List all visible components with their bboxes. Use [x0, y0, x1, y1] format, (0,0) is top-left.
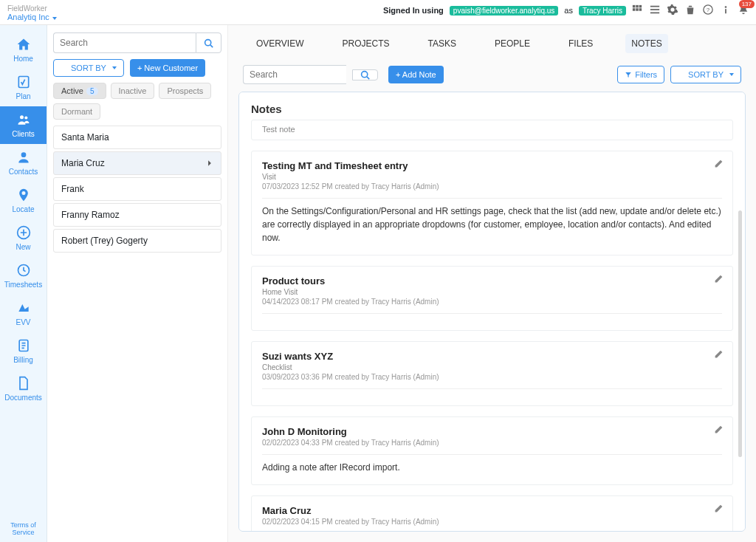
- tab-projects[interactable]: PROJECTS: [336, 34, 395, 53]
- svg-rect-12: [725, 9, 726, 13]
- clients-search-button[interactable]: [196, 32, 221, 53]
- edit-icon[interactable]: [714, 349, 724, 361]
- tab-overview[interactable]: OVERVIEW: [250, 34, 309, 53]
- notes-search-input[interactable]: [243, 65, 346, 84]
- svg-point-16: [21, 152, 26, 157]
- edit-icon[interactable]: [714, 425, 724, 436]
- client-list: Santa Maria Maria Cruz Frank Franny Ramo…: [53, 126, 221, 253]
- chevron-right-icon: [206, 159, 213, 167]
- new-customer-button[interactable]: + New Customer: [130, 59, 205, 77]
- sidebar-item-new[interactable]: New: [0, 219, 47, 257]
- note-category: Visit: [262, 173, 722, 181]
- note-meta: 02/02/2023 04:33 PM created by Tracy Har…: [262, 439, 722, 447]
- note-card: John D Monitoring 02/02/2023 04:33 PM cr…: [251, 416, 733, 485]
- note-meta: 07/03/2023 12:52 PM created by Tracy Har…: [262, 182, 722, 191]
- sidebar-item-timesheets[interactable]: Timesheets: [0, 257, 47, 295]
- add-note-button[interactable]: + Add Note: [388, 66, 444, 83]
- client-row[interactable]: Frank: [53, 177, 221, 201]
- filter-prospects[interactable]: Prospects: [159, 83, 211, 99]
- note-category: Checklist: [262, 363, 722, 371]
- as-label: as: [564, 6, 573, 15]
- notes-title: Notes: [251, 103, 733, 115]
- svg-rect-5: [639, 8, 642, 11]
- svg-point-14: [20, 115, 24, 119]
- svg-point-11: [725, 6, 727, 8]
- help-icon[interactable]: ?: [703, 4, 713, 16]
- note-body: On the Settings/Configuration/Personal a…: [262, 205, 722, 244]
- sidebar-item-home[interactable]: Home: [0, 31, 47, 69]
- svg-rect-2: [639, 5, 642, 8]
- note-meta: 02/02/2023 04:15 PM created by Tracy Har…: [262, 518, 722, 526]
- tab-tasks[interactable]: TASKS: [422, 34, 461, 53]
- note-title: Product tours: [262, 275, 722, 287]
- note-body: Adding a note after IRecord import.: [262, 461, 722, 474]
- edit-icon[interactable]: [714, 504, 724, 515]
- tab-people[interactable]: PEOPLE: [489, 34, 536, 53]
- svg-line-23: [367, 76, 369, 78]
- partial-note: Test note: [251, 120, 733, 140]
- client-row[interactable]: Santa Maria: [53, 126, 221, 149]
- top-right: Signed In using pvaish@fieldworker.analy…: [383, 4, 749, 16]
- edit-icon[interactable]: [714, 159, 724, 171]
- tabs: OVERVIEW PROJECTS TASKS PEOPLE FILES NOT…: [228, 25, 756, 61]
- info-icon[interactable]: [721, 4, 731, 16]
- sidebar-item-contacts[interactable]: Contacts: [0, 144, 47, 182]
- note-card: Suzi wants XYZ Checklist 03/09/2023 03:3…: [251, 341, 733, 406]
- tab-notes[interactable]: NOTES: [625, 34, 667, 53]
- filters-button[interactable]: Filters: [617, 66, 664, 83]
- company-dropdown[interactable]: Analytiq Inc: [7, 13, 57, 21]
- note-title: John D Monitoring: [262, 426, 722, 437]
- sidebar-item-plan[interactable]: Plan: [0, 69, 47, 106]
- svg-rect-0: [633, 5, 636, 8]
- note-meta: 03/09/2023 03:36 PM created by Tracy Har…: [262, 373, 722, 381]
- svg-rect-3: [633, 8, 636, 11]
- grid-icon[interactable]: [632, 4, 642, 16]
- notes-toolbar: + Add Note Filters SORT BY: [228, 61, 756, 92]
- svg-rect-8: [650, 13, 659, 14]
- clients-sort-button[interactable]: SORT BY: [53, 59, 124, 77]
- client-row[interactable]: Maria Cruz: [53, 151, 221, 175]
- note-meta: 04/14/2023 08:17 PM created by Tracy Har…: [262, 298, 722, 306]
- filter-active[interactable]: Active5: [53, 83, 106, 99]
- sidebar-item-billing[interactable]: Billing: [0, 332, 47, 370]
- notification-count: 137: [739, 0, 755, 8]
- top-icons: ? 137: [632, 4, 749, 16]
- tab-files[interactable]: FILES: [563, 34, 599, 53]
- terms-of-service-link[interactable]: Terms of Service: [0, 515, 47, 542]
- trash-icon[interactable]: [685, 4, 695, 16]
- note-card: Product tours Home Visit 04/14/2023 08:1…: [251, 266, 733, 331]
- note-title: Testing MT and Timesheet entry: [262, 160, 722, 171]
- client-filter-pills: Active5 Inactive Prospects Dormant: [53, 83, 221, 120]
- user-name-badge: Tracy Harris: [579, 6, 626, 16]
- sidebar: Home Plan Clients Contacts Locate New Ti…: [0, 25, 47, 542]
- svg-rect-4: [636, 8, 639, 11]
- edit-icon[interactable]: [714, 274, 724, 286]
- note-title: Suzi wants XYZ: [262, 351, 722, 362]
- svg-point-15: [24, 116, 27, 119]
- clients-pane: SORT BY + New Customer Active5 Inactive …: [47, 25, 228, 542]
- client-row[interactable]: Franny Ramoz: [53, 203, 221, 227]
- sidebar-item-clients[interactable]: Clients: [0, 106, 47, 144]
- filter-inactive[interactable]: Inactive: [111, 83, 155, 99]
- svg-rect-7: [650, 9, 659, 10]
- notes-panel: Notes Test note Testing MT and Timesheet…: [238, 92, 746, 532]
- list-icon[interactable]: [650, 4, 660, 16]
- user-email-badge: pvaish@fieldworker.analytiq.us: [450, 6, 558, 16]
- svg-point-22: [362, 71, 368, 77]
- note-category: Home Visit: [262, 288, 722, 296]
- gear-icon[interactable]: [667, 4, 678, 16]
- clients-search-input[interactable]: [53, 32, 196, 53]
- signed-in-label: Signed In using: [383, 6, 444, 15]
- filter-dormant[interactable]: Dormant: [53, 103, 100, 120]
- sidebar-item-locate[interactable]: Locate: [0, 182, 47, 219]
- scrollbar[interactable]: [738, 210, 742, 457]
- sidebar-item-evv[interactable]: EVV: [0, 295, 47, 332]
- main-pane: OVERVIEW PROJECTS TASKS PEOPLE FILES NOT…: [228, 25, 756, 542]
- notes-search-button[interactable]: [352, 69, 378, 80]
- clients-search-row: [53, 32, 221, 53]
- notes-sort-button[interactable]: SORT BY: [670, 66, 741, 83]
- svg-point-20: [205, 39, 211, 45]
- sidebar-item-documents[interactable]: Documents: [0, 370, 47, 408]
- notification-icon[interactable]: 137: [738, 4, 749, 16]
- client-row[interactable]: Robert (Trey) Gogerty: [53, 229, 221, 253]
